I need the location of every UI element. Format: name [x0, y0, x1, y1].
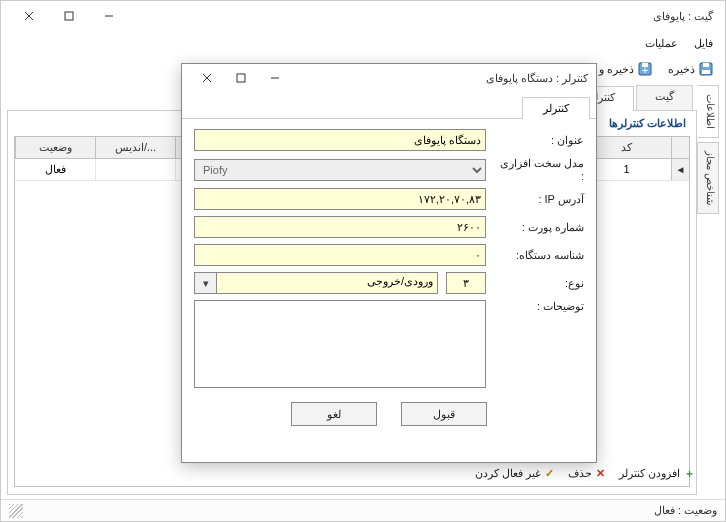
- window-maximize-button[interactable]: [49, 2, 89, 30]
- toolbar-save-label: ذخیره: [668, 63, 695, 76]
- select-hw-model[interactable]: Piofy: [194, 159, 486, 181]
- type-combo-text: ورودی/خروجی: [216, 272, 438, 294]
- toolbar-save[interactable]: ذخیره: [668, 62, 713, 76]
- status-text: وضعیت : فعال: [654, 504, 717, 517]
- status-value: فعال: [654, 504, 675, 516]
- menu-file[interactable]: فایل: [694, 37, 713, 50]
- label-hw-model: مدل سخت افزاری :: [494, 157, 584, 182]
- ok-button[interactable]: قبول: [401, 402, 487, 426]
- dialog-title: کنترلر : دستگاه پایوفای: [486, 72, 588, 85]
- controller-dialog: کنترلر : دستگاه پایوفای کنترلر عنوان : م…: [181, 63, 597, 463]
- minimize-icon: [270, 73, 280, 83]
- statusbar: وضعیت : فعال: [1, 499, 725, 521]
- input-description[interactable]: [194, 300, 486, 388]
- cell-status: فعال: [15, 159, 95, 180]
- dialog-button-row: قبول لغو: [194, 402, 584, 426]
- action-bar: ＋ افزودن کنترلر ✕ حذف ✓ غیر فعال کردن: [475, 466, 695, 481]
- dialog-minimize-button[interactable]: [258, 66, 292, 90]
- main-titlebar: گیت : پایوفای: [1, 1, 725, 31]
- input-title[interactable]: [194, 129, 486, 151]
- dialog-body: عنوان : مدل سخت افزاری : Piofy آدرس IP :…: [182, 119, 596, 436]
- window-minimize-button[interactable]: [89, 2, 129, 30]
- dialog-titlebar[interactable]: کنترلر : دستگاه پایوفای: [182, 64, 596, 92]
- dialog-tab-controller[interactable]: کنترلر: [522, 97, 590, 119]
- input-device-id[interactable]: [194, 244, 486, 266]
- input-type-code[interactable]: [446, 272, 486, 294]
- add-controller-label: افزودن کنترلر: [619, 467, 680, 480]
- svg-rect-2: [703, 63, 709, 67]
- type-combo[interactable]: ورودی/خروجی ▾: [194, 272, 438, 294]
- tab-gate[interactable]: گیت: [636, 85, 693, 110]
- grid-header-row-selector: [671, 137, 689, 158]
- check-icon: ✓: [545, 467, 554, 480]
- side-tab-authorized[interactable]: شناخص مجاز: [697, 142, 719, 214]
- save-icon: [699, 62, 713, 76]
- main-window: گیت : پایوفای فایل عملیات ذخیره + ذخیره …: [0, 0, 726, 522]
- input-port[interactable]: [194, 216, 486, 238]
- close-icon: [24, 11, 34, 21]
- svg-rect-3: [702, 70, 710, 74]
- maximize-icon: [64, 11, 74, 21]
- label-ip: آدرس IP :: [494, 193, 584, 206]
- side-tab-info[interactable]: اطلاعات: [697, 85, 719, 138]
- window-close-button[interactable]: [9, 2, 49, 30]
- cancel-button[interactable]: لغو: [291, 402, 377, 426]
- input-ip[interactable]: [194, 188, 486, 210]
- save-new-icon: +: [638, 62, 652, 76]
- deactivate-button[interactable]: ✓ غیر فعال کردن: [475, 467, 554, 480]
- dialog-tab-strip: کنترلر: [182, 92, 596, 119]
- grid-header-status[interactable]: وضعیت: [15, 137, 95, 158]
- close-icon: [202, 73, 212, 83]
- add-controller-button[interactable]: ＋ افزودن کنترلر: [619, 466, 695, 481]
- minimize-icon: [104, 11, 114, 21]
- maximize-icon: [236, 73, 246, 83]
- delete-label: حذف: [568, 467, 592, 480]
- deactivate-label: غیر فعال کردن: [475, 467, 541, 480]
- svg-text:+: +: [642, 64, 648, 76]
- dialog-maximize-button[interactable]: [224, 66, 258, 90]
- main-window-title: گیت : پایوفای: [653, 10, 717, 23]
- delete-button[interactable]: ✕ حذف: [568, 467, 605, 480]
- type-combo-button[interactable]: ▾: [194, 272, 216, 294]
- label-title: عنوان :: [494, 134, 584, 147]
- chevron-down-icon: ▾: [203, 277, 209, 290]
- delete-icon: ✕: [596, 467, 605, 480]
- menu-operations[interactable]: عملیات: [645, 37, 678, 50]
- svg-rect-7: [237, 74, 245, 82]
- plus-icon: ＋: [684, 466, 695, 481]
- side-tabs: اطلاعات شناخص مجاز: [697, 85, 719, 495]
- label-port: شماره پورت :: [494, 221, 584, 234]
- menubar: فایل عملیات: [1, 31, 725, 55]
- label-description: توضیحات :: [494, 300, 584, 313]
- resize-grip[interactable]: [9, 504, 23, 518]
- row-indicator: ◄: [671, 159, 689, 180]
- label-device-id: شناسه دستگاه:: [494, 249, 584, 262]
- label-type: نوع:: [494, 277, 584, 290]
- status-label: وضعیت :: [678, 504, 717, 516]
- cell-index: [95, 159, 175, 180]
- svg-rect-0: [65, 12, 73, 20]
- grid-header-index[interactable]: .../اندیس: [95, 137, 175, 158]
- dialog-close-button[interactable]: [190, 66, 224, 90]
